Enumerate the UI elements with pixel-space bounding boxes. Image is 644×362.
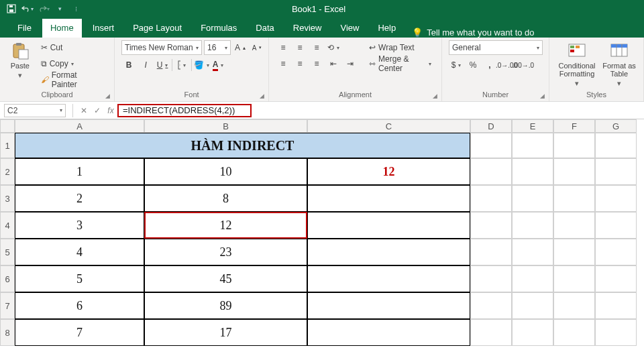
- format-painter-button[interactable]: 🖌Format Painter: [38, 72, 107, 87]
- cell-a2[interactable]: 1: [15, 158, 144, 185]
- cell-g1[interactable]: [595, 133, 637, 158]
- dialog-launcher-icon[interactable]: ◢: [260, 93, 264, 99]
- cell-d1[interactable]: [470, 133, 512, 158]
- cell-c8[interactable]: [307, 319, 470, 346]
- tab-home[interactable]: Home: [42, 19, 82, 38]
- cell-c4[interactable]: [307, 212, 470, 239]
- cell-a5[interactable]: 4: [15, 239, 144, 265]
- cell-f4[interactable]: [553, 212, 595, 239]
- tab-formulas[interactable]: Formulas: [193, 19, 245, 38]
- cell-g8[interactable]: [595, 319, 637, 346]
- tab-insert[interactable]: Insert: [85, 19, 123, 38]
- qat-overflow-icon[interactable]: ⁝: [70, 3, 82, 15]
- align-bottom-button[interactable]: ≡: [309, 40, 324, 55]
- cell-b8[interactable]: 17: [144, 319, 307, 346]
- col-header-b[interactable]: B: [144, 119, 307, 133]
- cell-d2[interactable]: [470, 158, 512, 185]
- tab-page-layout[interactable]: Page Layout: [125, 19, 190, 38]
- select-all-corner[interactable]: [0, 119, 15, 133]
- font-name-combo[interactable]: Times New Roman▾: [121, 40, 202, 55]
- font-size-combo[interactable]: 16▾: [204, 40, 231, 55]
- cell-c5[interactable]: [307, 239, 470, 265]
- col-header-d[interactable]: D: [470, 119, 512, 133]
- row-header-3[interactable]: 3: [0, 185, 15, 212]
- cell-f1[interactable]: [553, 133, 595, 158]
- percent-button[interactable]: %: [466, 58, 480, 72]
- shrink-font-button[interactable]: A▾: [250, 40, 264, 55]
- cell-f3[interactable]: [553, 185, 595, 212]
- cut-button[interactable]: ✂Cut: [38, 40, 107, 55]
- tab-help[interactable]: Help: [370, 19, 404, 38]
- row-header-1[interactable]: 1: [0, 133, 15, 158]
- cell-b3[interactable]: 8: [144, 185, 307, 212]
- formula-input[interactable]: =INDIRECT(ADDRESS(4,2)): [117, 104, 252, 117]
- cell-f8[interactable]: [553, 319, 595, 346]
- cell-f2[interactable]: [553, 158, 595, 185]
- cell-e5[interactable]: [512, 239, 553, 265]
- redo-icon[interactable]: ▾: [38, 3, 50, 15]
- orientation-button[interactable]: ⟲▾: [326, 40, 341, 55]
- format-as-table-button[interactable]: Format as Table▾: [602, 40, 637, 87]
- cell-a3[interactable]: 2: [15, 185, 144, 212]
- worksheet-grid[interactable]: A B C D E F G 1 HÀM INDIRECT 2 1 10 12 3…: [0, 119, 644, 346]
- dialog-launcher-icon[interactable]: ◢: [105, 93, 110, 99]
- cell-g7[interactable]: [595, 292, 637, 319]
- cell-f6[interactable]: [553, 265, 595, 292]
- cell-g6[interactable]: [595, 265, 637, 292]
- cell-g3[interactable]: [595, 185, 637, 212]
- cell-c6[interactable]: [307, 265, 470, 292]
- cell-a6[interactable]: 5: [15, 265, 144, 292]
- wrap-text-button[interactable]: ↩Wrap Text: [366, 40, 435, 55]
- undo-icon[interactable]: ▾: [21, 3, 34, 15]
- row-header-4[interactable]: 4: [0, 212, 15, 239]
- currency-button[interactable]: $▾: [449, 58, 464, 72]
- increase-indent-button[interactable]: ⇥: [343, 56, 358, 71]
- align-center-button[interactable]: ≡: [292, 56, 307, 71]
- decrease-decimal-button[interactable]: .00→.0: [516, 58, 531, 72]
- font-color-button[interactable]: A▾: [211, 58, 225, 72]
- align-middle-button[interactable]: ≡: [292, 40, 307, 55]
- tab-review[interactable]: Review: [285, 19, 330, 38]
- cell-e2[interactable]: [512, 158, 553, 185]
- col-header-f[interactable]: F: [553, 119, 595, 133]
- bold-button[interactable]: B: [121, 58, 136, 72]
- cell-d7[interactable]: [470, 292, 512, 319]
- cell-e8[interactable]: [512, 319, 553, 346]
- underline-button[interactable]: U▾: [155, 58, 170, 72]
- cell-b4[interactable]: 12: [144, 212, 307, 239]
- cell-title[interactable]: HÀM INDIRECT: [15, 133, 470, 158]
- cell-a8[interactable]: 7: [15, 319, 144, 346]
- tab-data[interactable]: Data: [248, 19, 282, 38]
- cell-e1[interactable]: [512, 133, 553, 158]
- cell-g4[interactable]: [595, 212, 637, 239]
- dialog-launcher-icon[interactable]: ◢: [540, 93, 545, 99]
- italic-button[interactable]: I: [138, 58, 153, 72]
- borders-button[interactable]: ▾: [174, 58, 189, 72]
- cell-e7[interactable]: [512, 292, 553, 319]
- cell-a4[interactable]: 3: [15, 212, 144, 239]
- cell-g2[interactable]: [595, 158, 637, 185]
- row-header-8[interactable]: 8: [0, 319, 15, 346]
- save-icon[interactable]: [5, 3, 17, 15]
- cell-e3[interactable]: [512, 185, 553, 212]
- cell-d8[interactable]: [470, 319, 512, 346]
- enter-formula-button[interactable]: ✓: [91, 106, 104, 115]
- cancel-formula-button[interactable]: ✕: [77, 106, 91, 115]
- decrease-indent-button[interactable]: ⇤: [326, 56, 341, 71]
- fx-button[interactable]: fx: [104, 106, 117, 115]
- cell-d3[interactable]: [470, 185, 512, 212]
- row-header-6[interactable]: 6: [0, 265, 15, 292]
- copy-button[interactable]: ⧉Copy▾: [38, 56, 107, 71]
- qat-customize-icon[interactable]: ▾: [54, 3, 66, 15]
- cell-a7[interactable]: 6: [15, 292, 144, 319]
- cell-c3[interactable]: [307, 185, 470, 212]
- col-header-g[interactable]: G: [595, 119, 637, 133]
- tell-me-search[interactable]: 💡 Tell me what you want to do: [412, 27, 534, 38]
- col-header-e[interactable]: E: [512, 119, 553, 133]
- fill-color-button[interactable]: 🪣▾: [194, 58, 209, 72]
- align-top-button[interactable]: ≡: [276, 40, 290, 55]
- conditional-formatting-button[interactable]: Conditional Formatting▾: [556, 40, 598, 87]
- cell-b6[interactable]: 45: [144, 265, 307, 292]
- cell-b5[interactable]: 23: [144, 239, 307, 265]
- cell-f7[interactable]: [553, 292, 595, 319]
